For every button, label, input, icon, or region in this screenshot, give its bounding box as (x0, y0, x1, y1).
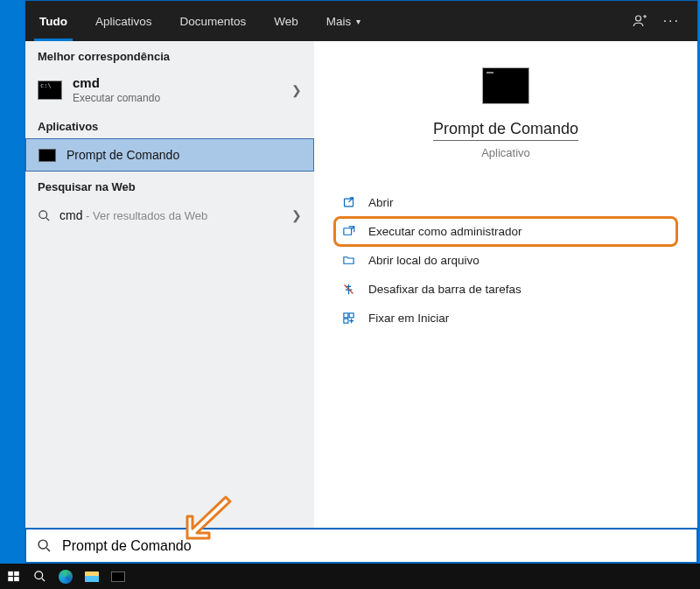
taskbar-explorer[interactable] (80, 565, 103, 588)
search-topbar: Tudo Aplicativos Documentos Web Mais▾ ··… (25, 1, 697, 41)
results-list: Melhor correspondência cmd Executar coma… (25, 41, 314, 550)
action-label: Abrir local do arquivo (368, 254, 480, 267)
svg-point-7 (38, 540, 47, 549)
svg-point-0 (635, 16, 640, 21)
action-unpin-taskbar[interactable]: Desafixar da barra de tarefas (335, 276, 676, 303)
edge-icon (59, 570, 73, 584)
svg-rect-3 (343, 228, 351, 235)
action-label: Desafixar da barra de tarefas (368, 283, 522, 296)
pin-start-icon (340, 312, 356, 325)
svg-point-12 (34, 571, 42, 579)
cmd-icon (38, 81, 62, 100)
preview-subtitle: Aplicativo (481, 146, 530, 159)
svg-rect-4 (343, 313, 347, 318)
tab-aplicativos[interactable]: Aplicativos (81, 1, 166, 41)
apps-header: Aplicativos (25, 111, 314, 138)
svg-rect-6 (343, 319, 347, 323)
tab-tudo[interactable]: Tudo (25, 1, 81, 41)
search-input[interactable] (62, 538, 686, 554)
admin-icon (340, 225, 356, 238)
start-search-panel: Tudo Aplicativos Documentos Web Mais▾ ··… (24, 0, 698, 551)
chevron-right-icon[interactable]: ❯ (291, 208, 302, 222)
app-result-label: Prompt de Comando (66, 148, 179, 162)
open-icon (340, 196, 356, 209)
tab-web[interactable]: Web (260, 1, 312, 41)
svg-rect-11 (14, 577, 19, 581)
unpin-icon (340, 283, 356, 296)
svg-rect-9 (14, 571, 19, 576)
taskbar-edge[interactable] (54, 565, 77, 588)
cmd-icon (482, 67, 529, 104)
svg-rect-8 (8, 571, 13, 576)
topbar-actions: ··· (632, 1, 697, 41)
tab-mais-label: Mais (326, 15, 352, 28)
cmd-icon (111, 571, 125, 582)
chevron-right-icon[interactable]: ❯ (291, 83, 302, 97)
preview-title[interactable]: Prompt de Comando (433, 120, 578, 141)
best-match-header: Melhor correspondência (25, 41, 314, 68)
cmd-icon (38, 149, 56, 162)
folder-icon (85, 571, 99, 582)
preview-pane: Prompt de Comando Aplicativo Abrir Execu… (314, 41, 697, 550)
folder-open-icon (340, 254, 356, 267)
action-open-location[interactable]: Abrir local do arquivo (335, 247, 676, 274)
web-result-text: cmd - Ver resultados da Web (60, 207, 207, 223)
best-match-item[interactable]: cmd Executar comando ❯ (25, 68, 314, 111)
svg-rect-2 (344, 199, 353, 207)
action-label: Abrir (368, 196, 394, 209)
svg-rect-10 (8, 577, 13, 581)
best-match-title: cmd (73, 75, 281, 90)
web-header: Pesquisar na Web (25, 172, 314, 199)
tab-mais[interactable]: Mais▾ (312, 1, 375, 41)
search-icon (37, 538, 52, 553)
search-bar[interactable] (24, 528, 698, 564)
chevron-down-icon: ▾ (356, 17, 360, 26)
taskbar-cmd[interactable] (107, 565, 130, 588)
taskbar (0, 564, 700, 589)
app-result-prompt[interactable]: Prompt de Comando (25, 138, 314, 172)
taskbar-search-button[interactable] (28, 565, 51, 588)
tab-documentos[interactable]: Documentos (166, 1, 261, 41)
action-pin-start[interactable]: Fixar em Iniciar (335, 305, 676, 332)
action-label: Executar como administrador (368, 225, 522, 238)
best-match-subtitle: Executar comando (73, 92, 281, 104)
svg-rect-5 (349, 313, 354, 318)
web-result-item[interactable]: cmd - Ver resultados da Web ❯ (25, 199, 314, 232)
search-icon (38, 209, 51, 222)
feedback-icon[interactable] (632, 13, 648, 29)
action-open[interactable]: Abrir (335, 189, 676, 216)
filter-tabs: Tudo Aplicativos Documentos Web Mais▾ (25, 1, 374, 41)
more-icon[interactable]: ··· (663, 13, 680, 29)
start-button[interactable] (2, 565, 24, 588)
action-label: Fixar em Iniciar (368, 312, 449, 325)
svg-point-1 (39, 210, 47, 218)
action-run-as-admin[interactable]: Executar como administrador (335, 218, 676, 245)
